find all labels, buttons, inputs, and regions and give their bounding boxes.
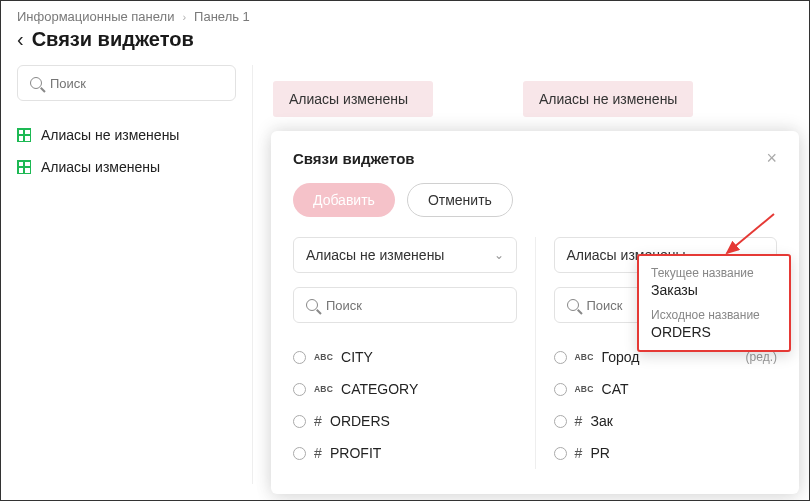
type-number-icon: #: [575, 413, 583, 429]
field-label: Зак: [591, 413, 778, 429]
field-label: PR: [591, 445, 778, 461]
radio-icon[interactable]: [293, 447, 306, 460]
type-abc-icon: ABC: [575, 384, 594, 394]
radio-icon[interactable]: [554, 447, 567, 460]
type-abc-icon: ABC: [575, 352, 594, 362]
sidebar-item[interactable]: Алиасы изменены: [17, 151, 236, 183]
field-row[interactable]: ABC CITY: [293, 341, 517, 373]
grid-icon: [17, 160, 31, 174]
tooltip-original-label: Исходное название: [651, 308, 777, 322]
sidebar-item-label: Алиасы изменены: [41, 159, 160, 175]
field-label: CITY: [341, 349, 516, 365]
page-header: ‹ Связи виджетов: [1, 26, 809, 65]
field-row[interactable]: # Зак: [554, 405, 778, 437]
chevron-right-icon: ›: [182, 11, 186, 23]
field-row[interactable]: ABC CAT: [554, 373, 778, 405]
type-abc-icon: ABC: [314, 384, 333, 394]
widget-pill[interactable]: Алиасы не изменены: [523, 81, 693, 117]
chevron-down-icon: ⌄: [494, 248, 504, 262]
dataset-dropdown-left[interactable]: Алиасы не изменены ⌄: [293, 237, 517, 273]
page-title: Связи виджетов: [32, 28, 194, 51]
widget-pill[interactable]: Алиасы изменены: [273, 81, 433, 117]
radio-icon[interactable]: [554, 351, 567, 364]
field-row[interactable]: ABC CATEGORY: [293, 373, 517, 405]
sidebar-item[interactable]: Алиасы не изменены: [17, 119, 236, 151]
tooltip-current-label: Текущее название: [651, 266, 777, 280]
radio-icon[interactable]: [293, 415, 306, 428]
type-number-icon: #: [575, 445, 583, 461]
close-icon[interactable]: ×: [766, 149, 777, 167]
sidebar: Алиасы не изменены Алиасы изменены: [1, 65, 253, 484]
grid-icon: [17, 128, 31, 142]
edited-tag: (ред.): [746, 350, 777, 364]
breadcrumb-root[interactable]: Информационные панели: [17, 9, 174, 24]
field-label: ORDERS: [330, 413, 517, 429]
cancel-button[interactable]: Отменить: [407, 183, 513, 217]
add-button[interactable]: Добавить: [293, 183, 395, 217]
modal-title: Связи виджетов: [293, 150, 415, 167]
search-icon: [30, 77, 42, 89]
field-row[interactable]: # PROFIT: [293, 437, 517, 469]
radio-icon[interactable]: [293, 383, 306, 396]
field-row[interactable]: # ORDERS: [293, 405, 517, 437]
tooltip-original-value: ORDERS: [651, 324, 777, 340]
field-label: CATEGORY: [341, 381, 516, 397]
modal-left-column: Алиасы не изменены ⌄ ABC CITY ABC CATEGO…: [293, 237, 535, 469]
type-number-icon: #: [314, 445, 322, 461]
back-chevron-icon[interactable]: ‹: [17, 28, 24, 51]
tooltip-current-value: Заказы: [651, 282, 777, 298]
search-icon: [567, 299, 579, 311]
field-row[interactable]: # PR: [554, 437, 778, 469]
breadcrumb: Информационные панели › Панель 1: [1, 1, 809, 26]
sidebar-search[interactable]: [17, 65, 236, 101]
breadcrumb-leaf[interactable]: Панель 1: [194, 9, 250, 24]
left-search-input[interactable]: [326, 298, 504, 313]
radio-icon[interactable]: [554, 383, 567, 396]
radio-icon[interactable]: [554, 415, 567, 428]
type-abc-icon: ABC: [314, 352, 333, 362]
field-tooltip: Текущее название Заказы Исходное названи…: [637, 254, 791, 352]
radio-icon[interactable]: [293, 351, 306, 364]
type-number-icon: #: [314, 413, 322, 429]
left-search[interactable]: [293, 287, 517, 323]
sidebar-item-label: Алиасы не изменены: [41, 127, 179, 143]
sidebar-search-input[interactable]: [50, 76, 223, 91]
field-label: PROFIT: [330, 445, 517, 461]
field-label: CAT: [602, 381, 777, 397]
search-icon: [306, 299, 318, 311]
dropdown-value: Алиасы не изменены: [306, 247, 444, 263]
